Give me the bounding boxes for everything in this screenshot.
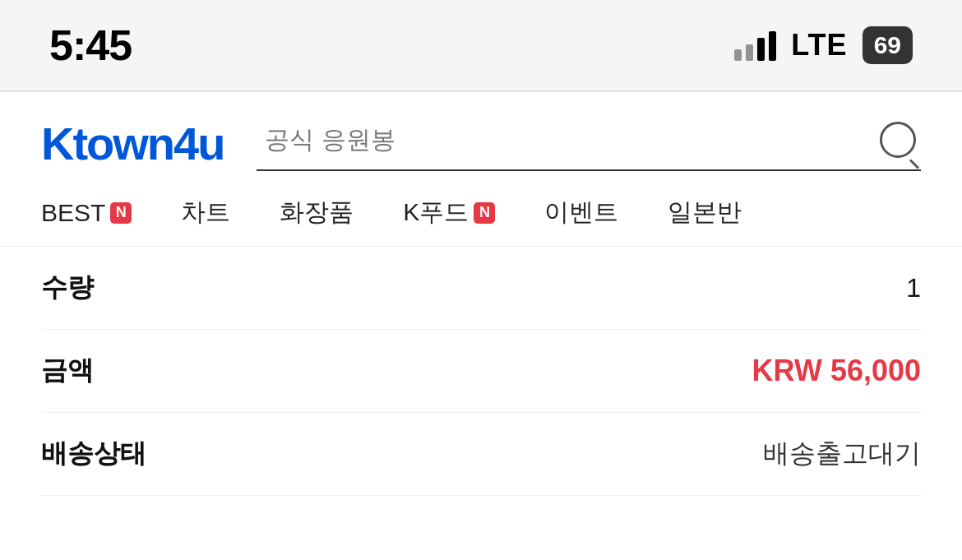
tab-chart[interactable]: 차트 bbox=[156, 196, 255, 229]
header-top: Ktown4u bbox=[41, 117, 921, 171]
order-label-quantity: 수량 bbox=[41, 270, 94, 306]
tab-japan-label: 일본반 bbox=[668, 196, 742, 229]
tab-best[interactable]: BEST N bbox=[41, 199, 156, 227]
header: Ktown4u BEST N 차트 화장품 K푸드 N 이벤트 bbox=[0, 92, 962, 247]
search-icon bbox=[880, 122, 916, 158]
order-row-price: 금액 KRW 56,000 bbox=[41, 330, 921, 413]
search-input[interactable] bbox=[257, 126, 867, 154]
tab-kfood-badge: N bbox=[474, 202, 495, 224]
status-right: LTE 69 bbox=[734, 26, 913, 64]
order-content: 수량 1 금액 KRW 56,000 배송상태 배송출고대기 bbox=[0, 247, 962, 496]
signal-bar-2 bbox=[746, 44, 753, 61]
status-time: 5:45 bbox=[49, 21, 132, 70]
search-container[interactable] bbox=[257, 117, 921, 171]
order-label-price: 금액 bbox=[41, 353, 94, 389]
signal-bar-3 bbox=[757, 38, 765, 61]
order-value-status: 배송출고대기 bbox=[763, 436, 921, 472]
order-row-status: 배송상태 배송출고대기 bbox=[41, 413, 921, 496]
signal-bar-1 bbox=[734, 49, 742, 61]
status-bar: 5:45 LTE 69 bbox=[0, 0, 962, 90]
nav-tabs: BEST N 차트 화장품 K푸드 N 이벤트 일본반 bbox=[41, 187, 921, 229]
order-label-status: 배송상태 bbox=[41, 436, 146, 472]
tab-japan[interactable]: 일본반 bbox=[643, 196, 766, 229]
tab-best-badge: N bbox=[110, 202, 132, 224]
tab-cosmetics[interactable]: 화장품 bbox=[255, 196, 378, 229]
tab-kfood[interactable]: K푸드 N bbox=[378, 196, 520, 229]
tab-best-label: BEST bbox=[41, 199, 105, 227]
order-value-price: KRW 56,000 bbox=[752, 354, 921, 388]
order-row-quantity: 수량 1 bbox=[41, 247, 921, 330]
search-button[interactable] bbox=[875, 117, 921, 163]
signal-icon bbox=[734, 30, 776, 61]
order-value-quantity: 1 bbox=[906, 273, 921, 303]
logo[interactable]: Ktown4u bbox=[41, 121, 224, 167]
battery-indicator: 69 bbox=[863, 26, 913, 64]
order-table: 수량 1 금액 KRW 56,000 배송상태 배송출고대기 bbox=[0, 247, 962, 496]
lte-label: LTE bbox=[791, 28, 847, 62]
battery-level: 69 bbox=[874, 31, 901, 59]
logo-text: Ktown4u bbox=[41, 118, 224, 169]
tab-kfood-label: K푸드 bbox=[403, 196, 469, 229]
tab-chart-label: 차트 bbox=[181, 196, 230, 229]
tab-cosmetics-label: 화장품 bbox=[280, 196, 354, 229]
signal-bar-4 bbox=[769, 31, 776, 61]
tab-event-label: 이벤트 bbox=[544, 196, 618, 229]
tab-event[interactable]: 이벤트 bbox=[520, 196, 643, 229]
